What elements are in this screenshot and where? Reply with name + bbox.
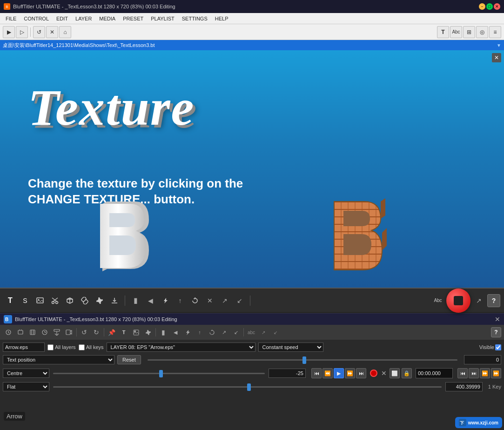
- pb-key-prev[interactable]: ⏮: [457, 368, 468, 378]
- panel-close-button[interactable]: ✕: [495, 316, 500, 323]
- layer-selector[interactable]: LAYER 08: EPS "Arrow.eps": [107, 343, 255, 352]
- panel-rotate[interactable]: [206, 327, 217, 338]
- svg-rect-38: [66, 330, 70, 335]
- panel-redo-button[interactable]: ↻: [91, 327, 102, 338]
- tool-arrow-ne[interactable]: ↗: [218, 294, 231, 307]
- tool-arrow-left[interactable]: ◀: [144, 294, 157, 307]
- tool-download[interactable]: [108, 294, 121, 307]
- value1-input[interactable]: [464, 355, 501, 364]
- panel-text-btn[interactable]: T: [118, 327, 129, 338]
- panel-tb-icon4[interactable]: [39, 327, 50, 338]
- stop-button[interactable]: ✕: [46, 26, 58, 38]
- panel-tb-icon1[interactable]: [3, 327, 14, 338]
- tool-arrow-up[interactable]: ↑: [174, 294, 187, 307]
- stop-button2[interactable]: ✕: [381, 370, 387, 377]
- maximize-button[interactable]: □: [486, 3, 493, 10]
- help-button[interactable]: ?: [487, 294, 500, 307]
- pb-key-ins[interactable]: ⏩: [480, 368, 490, 378]
- panel-undo-button[interactable]: ↺: [79, 327, 90, 338]
- pb-go-end[interactable]: ⏭: [356, 368, 366, 378]
- slider1-thumb[interactable]: [302, 356, 306, 364]
- panel-bracket-l[interactable]: ▮: [158, 327, 169, 338]
- menu-edit[interactable]: EDIT: [53, 15, 72, 22]
- panel-arrow-left[interactable]: ◀: [170, 327, 181, 338]
- slider2-thumb[interactable]: [159, 370, 163, 377]
- tool-lightning[interactable]: [159, 294, 172, 307]
- circle-button[interactable]: ◎: [476, 26, 488, 38]
- value3-input[interactable]: [445, 382, 483, 391]
- panel-tb-small1[interactable]: abc: [246, 327, 257, 338]
- main-toolbar: ▶ ▷ ↺ ✕ ⌂ T Abc ⊞ ◎ ≡: [0, 24, 504, 40]
- tool-text[interactable]: T: [4, 294, 17, 307]
- panel-tb-export[interactable]: [51, 327, 62, 338]
- all-layers-checkbox[interactable]: [47, 344, 54, 350]
- menu-media[interactable]: MEDIA: [95, 15, 119, 22]
- menu-button[interactable]: ≡: [489, 26, 501, 38]
- menu-file[interactable]: FILE: [2, 15, 20, 22]
- menu-help[interactable]: HELP: [211, 15, 232, 22]
- layer-name-input[interactable]: [3, 343, 45, 352]
- visible-checkbox[interactable]: [495, 344, 501, 350]
- tool-image[interactable]: [34, 294, 47, 307]
- panel-pin-button[interactable]: 📌: [106, 327, 117, 338]
- tool-gear[interactable]: [93, 294, 106, 307]
- panel-tb-icon2[interactable]: [15, 327, 26, 338]
- close-button[interactable]: ✕: [494, 3, 500, 10]
- text-tool-button[interactable]: T: [437, 26, 449, 38]
- dropdown2-select[interactable]: Flat: [3, 382, 49, 391]
- menu-control[interactable]: CONTROL: [20, 15, 53, 22]
- grid-button[interactable]: ⊞: [463, 26, 475, 38]
- panel-expand1[interactable]: ↗: [258, 327, 269, 338]
- home-button[interactable]: ⌂: [59, 26, 71, 38]
- speed-selector[interactable]: Constant speed: [258, 343, 323, 352]
- tool-bracket-left[interactable]: ▮: [129, 294, 142, 307]
- panel-lightning[interactable]: [182, 327, 193, 338]
- timecode-input[interactable]: [416, 368, 453, 378]
- tool-abc[interactable]: Abc: [431, 294, 444, 307]
- tool-expand[interactable]: ↗: [472, 294, 485, 307]
- panel-tb-video[interactable]: [63, 327, 74, 338]
- pb-prev[interactable]: ⏪: [323, 368, 333, 378]
- pb-loop[interactable]: ⬜: [390, 368, 400, 378]
- minimize-button[interactable]: −: [479, 3, 485, 10]
- position-selector[interactable]: Text position: [3, 355, 114, 364]
- pb-play[interactable]: ▶: [334, 368, 344, 378]
- panel-arrow-up[interactable]: ↑: [194, 327, 205, 338]
- tool-cut[interactable]: [48, 294, 61, 307]
- panel-arrows-diag2[interactable]: ↙: [230, 327, 242, 338]
- menu-settings[interactable]: SETTINGS: [178, 15, 211, 22]
- tool-x-mark[interactable]: ✕: [203, 294, 216, 307]
- pb-key-del[interactable]: ⏩: [491, 368, 501, 378]
- dropdown1-select[interactable]: Centre: [3, 369, 49, 378]
- tool-link[interactable]: [78, 294, 91, 307]
- tool-arrow-sw[interactable]: ↙: [233, 294, 246, 307]
- panel-tb-icon3[interactable]: [27, 327, 38, 338]
- tool-rotate[interactable]: [188, 294, 202, 307]
- path-dropdown-arrow[interactable]: ▼: [497, 43, 501, 48]
- menu-layer[interactable]: LAYER: [72, 15, 95, 22]
- pb-key-next[interactable]: ⏭: [469, 368, 479, 378]
- pb-go-start[interactable]: ⏮: [311, 368, 322, 378]
- step-button[interactable]: ▷: [16, 26, 28, 38]
- panel-expand2[interactable]: ↙: [270, 327, 281, 338]
- slider3-thumb[interactable]: [247, 383, 251, 391]
- pb-lock[interactable]: 🔒: [402, 368, 412, 378]
- record-button[interactable]: [370, 370, 377, 377]
- panel-help-button[interactable]: ?: [491, 327, 501, 337]
- panel-img-btn[interactable]: [130, 327, 141, 338]
- tool-s[interactable]: S: [19, 294, 32, 307]
- play-button[interactable]: ▶: [3, 26, 15, 38]
- panel-settings-btn[interactable]: [142, 327, 154, 338]
- reset-button[interactable]: Reset: [117, 355, 141, 364]
- slider3-container: [53, 382, 442, 391]
- all-keys-checkbox[interactable]: [79, 344, 85, 350]
- menu-playlist[interactable]: PLAYLIST: [147, 15, 178, 22]
- refresh-button[interactable]: ↺: [33, 26, 45, 38]
- menu-preset[interactable]: PRESET: [119, 15, 147, 22]
- value2-input[interactable]: [269, 369, 306, 378]
- pb-next[interactable]: ⏩: [345, 368, 355, 378]
- preview-close-button[interactable]: ✕: [492, 53, 501, 62]
- tool-box[interactable]: [63, 294, 76, 307]
- abc-button[interactable]: Abc: [450, 26, 462, 38]
- panel-arrows-diag[interactable]: ↗: [218, 327, 229, 338]
